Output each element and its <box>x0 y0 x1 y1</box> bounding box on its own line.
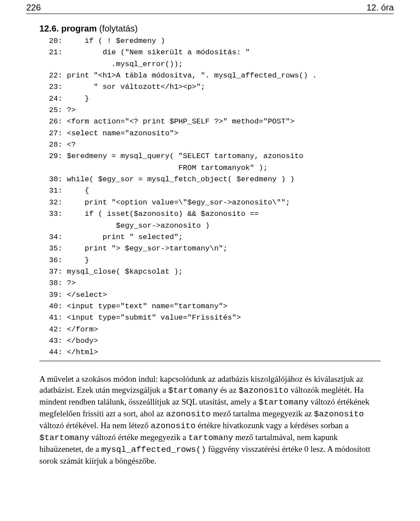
code-listing: 20: if ( ! $eredmeny ) 21: die ("Nem sik… <box>49 35 394 359</box>
inline-code: $tartomany <box>39 433 89 443</box>
program-title: 12.6. program (folytatás) <box>39 24 394 34</box>
page-number: 226 <box>26 3 41 13</box>
program-label: program <box>61 24 97 33</box>
text-fragment: mező tartalma megegyezik az <box>211 409 314 418</box>
divider <box>39 361 381 361</box>
inline-code: $azonosito <box>314 409 364 419</box>
page-header: 226 12. óra <box>26 0 394 14</box>
inline-code: $tartomany <box>259 398 308 407</box>
text-fragment: változó értéke megegyezik a <box>89 433 188 442</box>
inline-code: tartomany <box>188 433 233 443</box>
program-suffix: (folytatás) <box>99 24 138 33</box>
text-fragment: változó értékével. Ha nem létező <box>39 421 150 430</box>
inline-code: mysql_affected_rows() <box>101 445 206 454</box>
inline-code: azonosito <box>166 409 211 419</box>
inline-code: $azonosito <box>238 386 288 395</box>
program-number: 12.6. <box>39 24 59 33</box>
text-fragment: és az <box>218 385 238 394</box>
inline-code: $tartomany <box>168 386 218 395</box>
text-fragment: értékre hivatkozunk vagy a kérdéses sorb… <box>196 421 349 430</box>
explanation-paragraph: A művelet a szokásos módon indul: kapcso… <box>39 373 381 467</box>
chapter-title: 12. óra <box>367 3 394 13</box>
inline-code: azonosito <box>150 421 196 431</box>
